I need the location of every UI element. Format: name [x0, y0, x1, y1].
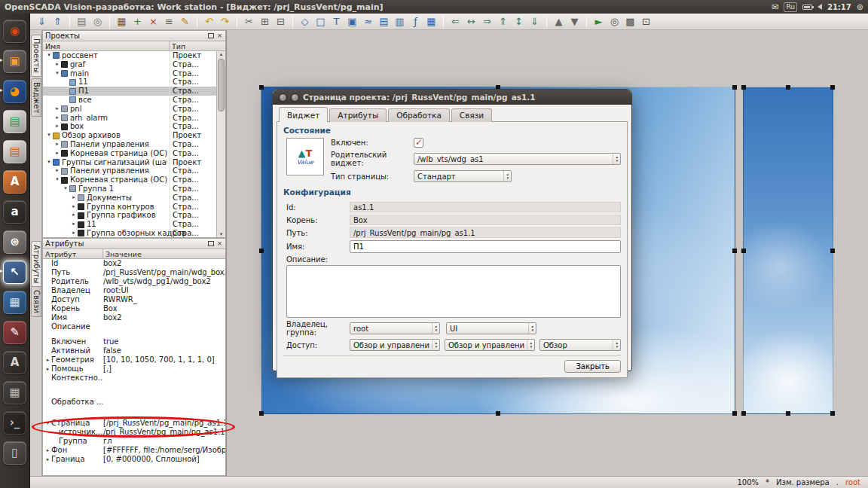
attribute-row[interactable]: ▸Помощь[,]	[43, 364, 225, 374]
print-icon[interactable]: ▤	[75, 14, 89, 29]
enabled-checkbox[interactable]	[414, 138, 423, 148]
resize-handle-nw[interactable]	[741, 85, 746, 90]
circle-a-app-icon[interactable]: A	[0, 347, 30, 377]
group-select[interactable]: UI ▴▾	[446, 322, 536, 334]
attribute-row[interactable]: Родитель/wlb_vts/wdg_pg1/wdg_box2	[43, 277, 225, 286]
align-bottom-icon[interactable]: ⇓	[527, 14, 542, 29]
link-icon[interactable]: ⊡	[639, 14, 653, 29]
panel-float-icon[interactable]	[208, 241, 214, 246]
tree-row[interactable]: ▸pnlСтра...	[43, 105, 216, 114]
tree-row[interactable]: П1Стра...	[43, 87, 216, 96]
resize-handle-s[interactable]	[496, 411, 500, 416]
expander-icon[interactable]: ▾	[53, 175, 61, 185]
attribute-row[interactable]: Владелецroot:UI	[43, 286, 225, 295]
attribute-row[interactable]: Группагл	[43, 437, 225, 446]
resize-handle-se[interactable]	[830, 411, 835, 416]
tree-row[interactable]: ▸arh_alarmСтра...	[43, 114, 216, 123]
widget-delete-icon[interactable]: ×	[146, 14, 160, 29]
add-diagram-icon[interactable]: ≈	[361, 14, 375, 29]
expander-icon[interactable]: ▸	[53, 60, 61, 69]
attribute-row[interactable]: Обработка ...	[43, 398, 225, 419]
amazon-icon[interactable]: a	[0, 197, 30, 227]
attribute-row[interactable]: Путь/prj_RussVent/pg_main/wdg_box2	[43, 268, 225, 277]
resize-handle-w[interactable]	[741, 249, 746, 253]
resize-handle-sw[interactable]	[259, 411, 264, 416]
scroll-down-icon[interactable]: ▾	[217, 231, 225, 237]
access-user-select[interactable]: Обзор и управление ▴▾	[350, 339, 440, 351]
tree-row[interactable]: ▸Панели управленияСтра...	[43, 140, 216, 149]
attribute-row[interactable]: Включенtrue	[43, 337, 225, 346]
resize-handle-se[interactable]	[732, 411, 737, 416]
dialog-close-icon[interactable]	[279, 93, 287, 102]
expander-icon[interactable]: ▸	[44, 446, 51, 455]
column-attribute[interactable]: Атрибут	[43, 249, 103, 258]
align-hcenter-icon[interactable]: ↔	[464, 14, 478, 29]
expander-icon[interactable]: ▾	[53, 69, 61, 78]
attribute-row[interactable]: источник.../prj_RussVent/pg_main/pg_as1.…	[43, 428, 225, 437]
attribute-row[interactable]: ▾Страница[/prj_RussVent/pg_main/pg_as1.1…	[43, 419, 225, 428]
add-function-icon[interactable]: ƒ	[408, 14, 423, 29]
resize-handle-nw[interactable]	[259, 85, 264, 90]
volume-icon[interactable]	[818, 4, 822, 10]
dash-home-icon[interactable]: ◉	[0, 16, 30, 46]
projects-scrollbar[interactable]: ▴ ▾	[216, 51, 225, 237]
tree-row[interactable]: ▾россвентПроект	[43, 51, 216, 60]
battery-icon[interactable]	[802, 5, 812, 10]
column-value[interactable]: Значение	[103, 249, 225, 258]
add-protocol-icon[interactable]: ▤	[377, 14, 391, 29]
page-type-select[interactable]: Стандарт ▴▾	[414, 170, 512, 182]
resize-handle-s[interactable]	[786, 411, 790, 416]
column-type[interactable]: Тип	[170, 41, 225, 50]
expander-icon[interactable]: ▸	[70, 229, 78, 237]
add-formel-icon[interactable]: □	[313, 14, 328, 29]
dock-tab-projects[interactable]: Проекты	[31, 35, 41, 77]
expander-icon[interactable]: ▸	[70, 203, 78, 212]
session-menu-icon[interactable]: ⊛	[857, 3, 863, 11]
expander-icon[interactable]: ▸	[44, 355, 51, 364]
tree-row[interactable]: ▸Корневая страница (ОС)Стра...	[43, 149, 216, 158]
tree-row[interactable]: ▾Корневая страница (ОС)Стра...	[43, 175, 216, 185]
resize-handle-w[interactable]	[259, 249, 264, 253]
attribute-row[interactable]: Контекстно...	[43, 374, 225, 398]
editor-app-icon[interactable]: ✎	[0, 317, 30, 347]
tree-row[interactable]: 11Стра...	[43, 78, 216, 87]
expander-icon[interactable]: ▸	[44, 364, 51, 374]
paste-icon[interactable]: ⊟	[274, 14, 288, 29]
name-input[interactable]	[350, 240, 621, 253]
grid-icon[interactable]: ▩	[623, 14, 637, 29]
firefox-icon[interactable]: ▸◕	[0, 76, 30, 106]
add-text-icon[interactable]: T	[329, 14, 344, 29]
add-media-icon[interactable]: ▣	[345, 14, 359, 29]
align-top-icon[interactable]: ⇑	[496, 14, 510, 29]
sky-widget-small[interactable]	[743, 87, 833, 414]
scroll-thumb[interactable]	[218, 59, 225, 111]
save-to-db-icon[interactable]: ⇑	[50, 14, 65, 29]
resize-handle-n[interactable]	[786, 85, 790, 90]
access-other-select[interactable]: Обзор ▴▾	[539, 339, 621, 351]
attribute-row[interactable]: КореньBox	[43, 304, 225, 313]
expander-icon[interactable]: ▾	[62, 185, 69, 194]
access-group-select[interactable]: Обзор и управление ▴▾	[445, 339, 535, 351]
widget-properties-icon[interactable]: ≡	[162, 14, 176, 29]
attribute-row[interactable]: Описание	[43, 322, 225, 337]
dialog-tab-links[interactable]: Связи	[451, 108, 492, 122]
tree-row[interactable]: ▸Группа контуровСтра...	[43, 203, 216, 212]
expander-icon[interactable]: ▾	[44, 419, 51, 428]
raise-widget-icon[interactable]: ▲	[552, 14, 566, 29]
expander-icon[interactable]: ▸	[70, 194, 78, 203]
attribute-row[interactable]: Активныйfalse	[43, 346, 225, 355]
dock-tab-attributes[interactable]: Атрибуты	[31, 241, 41, 287]
resize-handle-e[interactable]	[830, 249, 835, 253]
copy-icon[interactable]: ⊞	[258, 14, 272, 29]
expander-icon[interactable]: ▾	[45, 158, 53, 167]
blue-app-icon[interactable]: ▦	[0, 287, 30, 317]
scroll-up-icon[interactable]: ▴	[217, 51, 225, 57]
libreoffice-impress-icon[interactable]: ▤	[0, 136, 30, 166]
add-elfigure-icon[interactable]: ◇	[298, 14, 312, 29]
load-from-db-icon[interactable]: ⇓	[35, 14, 49, 29]
export-icon[interactable]: ◎	[90, 14, 105, 29]
close-dialog-button[interactable]: Закрыть	[564, 360, 621, 373]
expander-icon[interactable]: ▸	[53, 149, 61, 158]
libreoffice-calc-icon[interactable]: ▤	[0, 106, 30, 136]
expander-icon[interactable]: ▸	[53, 166, 61, 175]
